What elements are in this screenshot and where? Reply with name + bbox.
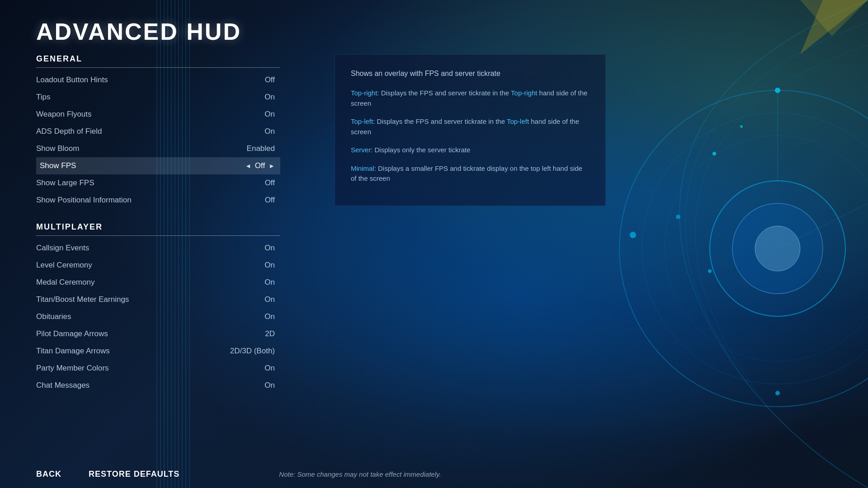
setting-value: On: [264, 93, 275, 102]
info-main-text: Shows an overlay with FPS and server tic…: [351, 68, 590, 79]
multiplayer-setting-item-4[interactable]: ObituariesOn: [36, 308, 280, 325]
setting-value: On: [264, 110, 275, 119]
section-gap: [36, 209, 280, 222]
general-setting-item-2[interactable]: Weapon FlyoutsOn: [36, 106, 280, 123]
setting-value-text: Off: [255, 161, 265, 170]
setting-label: Party Member Colors: [36, 364, 109, 373]
setting-label: Callsign Events: [36, 244, 89, 253]
setting-label: Obituaries: [36, 312, 71, 321]
setting-value: On: [264, 364, 275, 373]
arrow-right-icon[interactable]: ►: [269, 162, 275, 169]
restore-defaults-button[interactable]: Restore Defaults: [89, 469, 179, 479]
setting-label: Level Ceremony: [36, 261, 92, 270]
setting-label: Titan/Boost Meter Earnings: [36, 295, 129, 304]
setting-label: Show Large FPS: [36, 178, 94, 188]
info-entry-label2-1: Top-left: [507, 117, 529, 125]
info-entry-label-1: Top-left: [351, 117, 373, 125]
setting-label: Chat Messages: [36, 381, 90, 390]
setting-value: On: [264, 295, 275, 304]
multiplayer-section-header: MULTIPLAYER: [36, 222, 280, 236]
setting-value: ◄Off►: [245, 161, 275, 170]
setting-value: Enabled: [247, 144, 275, 153]
setting-label: Show FPS: [40, 161, 76, 170]
setting-label: ADS Depth of Field: [36, 127, 102, 136]
back-button[interactable]: Back: [36, 469, 61, 479]
setting-label: Tips: [36, 93, 51, 102]
setting-label: Loadout Button Hints: [36, 75, 108, 84]
multiplayer-settings-list: Callsign EventsOnLevel CeremonyOnMedal C…: [36, 239, 280, 394]
setting-value: On: [264, 261, 275, 270]
setting-value: On: [264, 312, 275, 321]
setting-value: Off: [265, 196, 275, 205]
general-section-header: GENERAL: [36, 54, 280, 68]
general-setting-item-1[interactable]: TipsOn: [36, 89, 280, 106]
setting-value: On: [264, 381, 275, 390]
setting-value: On: [264, 127, 275, 136]
multiplayer-setting-item-7[interactable]: Party Member ColorsOn: [36, 360, 280, 377]
setting-label: Titan Damage Arrows: [36, 347, 110, 356]
arrow-left-icon[interactable]: ◄: [245, 162, 251, 169]
general-setting-item-3[interactable]: ADS Depth of FieldOn: [36, 123, 280, 140]
general-settings-list: Loadout Button HintsOffTipsOnWeapon Flyo…: [36, 71, 280, 209]
page-content: ADVANCED HUD GENERAL Loadout Button Hint…: [0, 0, 868, 488]
general-setting-item-5[interactable]: Show FPS◄Off►: [36, 157, 280, 174]
info-entry-label-2: Server: [351, 146, 371, 154]
multiplayer-setting-item-8[interactable]: Chat MessagesOn: [36, 377, 280, 394]
setting-value: 2D/3D (Both): [230, 347, 275, 356]
note-text: Note: Some changes may not take effect i…: [279, 470, 441, 478]
page-title: ADVANCED HUD: [0, 0, 868, 54]
general-setting-item-0[interactable]: Loadout Button HintsOff: [36, 71, 280, 89]
info-entry-2: Server: Displays only the server tickrat…: [351, 145, 590, 155]
setting-label: Show Bloom: [36, 144, 79, 153]
setting-label: Show Positional Information: [36, 196, 132, 205]
setting-label: Weapon Flyouts: [36, 110, 92, 119]
bottom-bar: Back Restore Defaults Note: Some changes…: [0, 460, 868, 488]
setting-value: On: [264, 278, 275, 287]
general-setting-item-6[interactable]: Show Large FPSOff: [36, 174, 280, 192]
setting-label: Pilot Damage Arrows: [36, 329, 108, 338]
multiplayer-setting-item-0[interactable]: Callsign EventsOn: [36, 239, 280, 257]
setting-value: Off: [265, 75, 275, 84]
info-entries: Top-right: Displays the FPS and server t…: [351, 88, 590, 184]
setting-value: Off: [265, 178, 275, 188]
multiplayer-setting-item-3[interactable]: Titan/Boost Meter EarningsOn: [36, 291, 280, 308]
multiplayer-setting-item-1[interactable]: Level CeremonyOn: [36, 257, 280, 274]
info-entry-1: Top-left: Displays the FPS and server ti…: [351, 117, 590, 137]
info-entry-3: Minimal: Displays a smaller FPS and tick…: [351, 164, 590, 184]
multiplayer-setting-item-6[interactable]: Titan Damage Arrows2D/3D (Both): [36, 343, 280, 360]
info-entry-label-0: Top-right: [351, 89, 377, 97]
general-setting-item-7[interactable]: Show Positional InformationOff: [36, 192, 280, 209]
main-layout: GENERAL Loadout Button HintsOffTipsOnWea…: [0, 54, 868, 460]
info-entry-0: Top-right: Displays the FPS and server t…: [351, 88, 590, 108]
left-panel: GENERAL Loadout Button HintsOffTipsOnWea…: [0, 54, 316, 460]
info-entry-label2-0: Top-right: [511, 89, 537, 97]
multiplayer-setting-item-2[interactable]: Medal CeremonyOn: [36, 274, 280, 291]
bottom-buttons: Back Restore Defaults: [36, 469, 179, 479]
setting-label: Medal Ceremony: [36, 278, 94, 287]
setting-value: 2D: [265, 329, 275, 338]
right-panel: Shows an overlay with FPS and server tic…: [316, 54, 624, 460]
setting-value: On: [264, 244, 275, 253]
info-box: Shows an overlay with FPS and server tic…: [335, 54, 606, 206]
general-setting-item-4[interactable]: Show BloomEnabled: [36, 140, 280, 157]
multiplayer-setting-item-5[interactable]: Pilot Damage Arrows2D: [36, 325, 280, 343]
info-entry-label-3: Minimal: [351, 164, 374, 172]
